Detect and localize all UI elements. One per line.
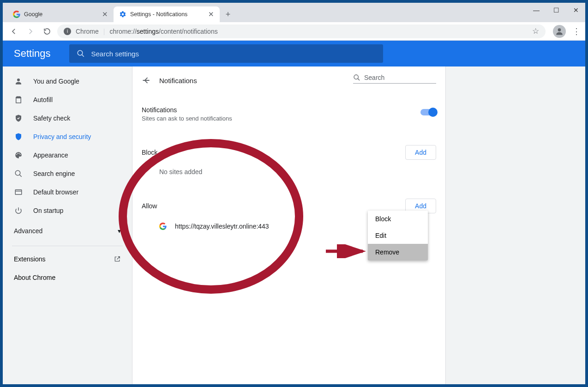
panel-back-button[interactable] [142,76,151,85]
sidebar-extensions[interactable]: Extensions [3,250,132,268]
svg-point-2 [17,79,20,81]
notifications-toggle[interactable] [420,109,436,115]
chevron-down-icon: ▾ [118,227,121,235]
add-block-button[interactable]: Add [405,145,436,160]
browser-icon [14,188,23,196]
close-window-button[interactable]: ✕ [570,5,582,16]
menu-remove[interactable]: Remove [368,244,428,260]
sidebar-item-search-engine[interactable]: Search engine [3,164,132,183]
palette-icon [14,151,23,159]
reload-button[interactable] [41,25,54,38]
new-tab-button[interactable]: + [222,8,234,21]
back-button[interactable] [7,25,20,38]
no-sites-text: No sites added [142,168,436,175]
main-panel: Notifications Search Notifications Sites… [132,67,446,384]
divider [12,246,123,246]
search-icon [353,74,360,81]
profile-avatar[interactable] [553,25,566,38]
notifications-label: Notifications [142,106,232,114]
power-icon [14,206,23,215]
site-favicon-icon [159,223,167,230]
sidebar-item-appearance[interactable]: Appearance [3,146,132,164]
site-url: https://tqzay.villesleytr.online:443 [175,223,269,230]
settings-header: Settings Search settings [3,41,585,67]
url-text: chrome://settings/content/notifications [109,28,217,35]
maximize-button[interactable]: ☐ [551,5,562,16]
svg-point-7 [15,170,20,175]
annotation-arrow [324,244,370,258]
svg-point-1 [78,50,83,55]
svg-point-0 [558,28,561,31]
search-icon [77,49,85,58]
site-context-menu: Block Edit Remove [368,211,428,260]
site-info-icon[interactable]: i [64,28,71,35]
tab-google[interactable]: Google ✕ [7,6,114,22]
menu-edit[interactable]: Edit [368,227,428,244]
search-icon [14,169,23,178]
close-icon[interactable]: ✕ [208,10,214,18]
menu-icon[interactable]: ⋮ [572,26,581,36]
svg-rect-8 [15,190,22,195]
toolbar: i Chrome | chrome://settings/content/not… [3,22,585,41]
product-label: Chrome [76,28,99,35]
tab-strip: Google ✕ Settings - Notifications ✕ + — … [3,3,585,22]
star-icon[interactable]: ☆ [532,26,539,36]
svg-point-4 [18,153,18,154]
forward-button[interactable] [24,25,37,38]
sidebar-item-default-browser[interactable]: Default browser [3,183,132,201]
menu-block[interactable]: Block [368,211,428,227]
tab-settings[interactable]: Settings - Notifications ✕ [114,6,220,22]
sidebar-advanced[interactable]: Advanced▾ [3,220,132,242]
search-settings-input[interactable]: Search settings [69,44,383,63]
panel-search-input[interactable]: Search [353,74,436,84]
allow-heading: Allow [142,202,157,210]
svg-point-9 [354,75,358,79]
sidebar: You and Google Autofill Safety check Pri… [3,67,132,384]
svg-point-5 [19,153,20,154]
gear-icon [119,11,126,18]
notifications-sub: Sites can ask to send notifications [142,115,232,122]
sidebar-item-you-and-google[interactable]: You and Google [3,72,132,91]
minimize-button[interactable]: — [530,5,542,16]
clipboard-icon [14,96,23,104]
panel-title: Notifications [159,77,197,85]
shield-icon [14,133,23,141]
block-heading: Block [142,149,157,156]
external-link-icon [114,255,121,263]
page-title: Settings [14,48,51,60]
sidebar-item-safety-check[interactable]: Safety check [3,109,132,127]
shield-check-icon [14,114,23,122]
sidebar-item-on-startup[interactable]: On startup [3,201,132,220]
tab-title: Settings - Notifications [130,11,187,18]
sidebar-item-autofill[interactable]: Autofill [3,91,132,109]
google-favicon-icon [13,11,20,18]
sidebar-about[interactable]: About Chrome [3,268,132,287]
svg-point-6 [20,154,21,155]
sidebar-item-privacy[interactable]: Privacy and security [3,127,132,146]
tab-title: Google [24,11,42,18]
address-bar[interactable]: i Chrome | chrome://settings/content/not… [57,24,546,38]
close-icon[interactable]: ✕ [102,10,108,18]
person-icon [14,77,23,85]
svg-point-3 [16,154,17,155]
